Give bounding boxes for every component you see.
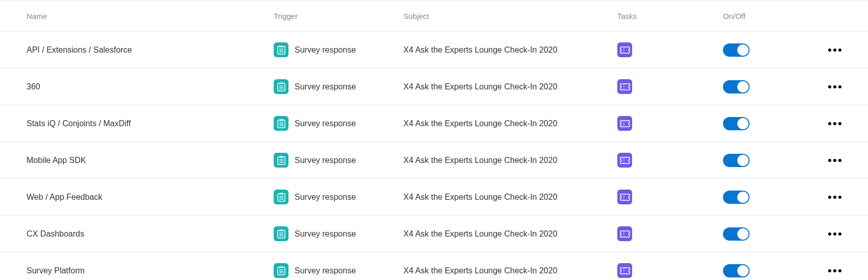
table-row[interactable]: CX Dashboards Survey response X4 Ask the… — [0, 216, 868, 252]
subject-text: X4 Ask the Experts Lounge Check-In 2020 — [403, 266, 558, 275]
clipboard-icon — [274, 226, 288, 241]
enable-toggle[interactable] — [723, 264, 750, 277]
workflows-table: Name Trigger Subject Tasks On/Off API / … — [0, 0, 868, 280]
ticket-icon[interactable] — [617, 79, 632, 94]
table-row[interactable]: Web / App Feedback Survey response X4 As… — [0, 179, 868, 216]
svg-rect-31 — [279, 229, 283, 231]
workflow-name: Web / App Feedback — [27, 193, 102, 201]
svg-rect-37 — [279, 266, 283, 268]
table-row[interactable]: Mobile App SDK Survey response X4 Ask th… — [0, 142, 868, 179]
col-header-trigger: Trigger — [274, 12, 298, 20]
subject-text: X4 Ask the Experts Lounge Check-In 2020 — [403, 82, 558, 91]
workflow-name: CX Dashboards — [27, 229, 84, 238]
ticket-icon[interactable] — [617, 226, 632, 241]
row-actions-menu[interactable] — [825, 266, 845, 275]
trigger-label: Survey response — [295, 266, 356, 275]
enable-toggle[interactable] — [723, 191, 750, 204]
trigger-label: Survey response — [295, 193, 356, 202]
trigger-label: Survey response — [295, 229, 356, 239]
trigger-label: Survey response — [295, 82, 356, 91]
ticket-icon[interactable] — [617, 190, 632, 204]
svg-rect-1 — [279, 45, 283, 47]
workflow-name: Stats iQ / Conjoints / MaxDiff — [27, 119, 131, 128]
enable-toggle[interactable] — [723, 117, 750, 130]
ticket-icon[interactable] — [617, 116, 632, 131]
subject-text: X4 Ask the Experts Lounge Check-In 2020 — [403, 45, 558, 54]
row-actions-menu[interactable] — [825, 45, 845, 55]
subject-text: X4 Ask the Experts Lounge Check-In 2020 — [403, 193, 558, 201]
enable-toggle[interactable] — [723, 43, 750, 57]
subject-text: X4 Ask the Experts Lounge Check-In 2020 — [403, 156, 558, 165]
table-row[interactable]: Survey Platform Survey response X4 Ask t… — [0, 252, 868, 280]
subject-text: X4 Ask the Experts Lounge Check-In 2020 — [403, 119, 558, 128]
clipboard-icon — [274, 153, 288, 168]
subject-text: X4 Ask the Experts Lounge Check-In 2020 — [403, 229, 558, 238]
workflow-name: Survey Platform — [27, 266, 85, 275]
ticket-icon[interactable] — [617, 42, 632, 57]
clipboard-icon — [274, 42, 288, 57]
table-row[interactable]: 360 Survey response X4 Ask the Experts L… — [0, 68, 868, 105]
col-header-subject: Subject — [403, 12, 429, 20]
clipboard-icon — [274, 190, 288, 204]
table-header-row: Name Trigger Subject Tasks On/Off — [0, 0, 868, 32]
workflow-name: Mobile App SDK — [27, 156, 86, 165]
clipboard-icon — [274, 79, 288, 94]
workflow-name: API / Extensions / Salesforce — [27, 45, 132, 54]
row-actions-menu[interactable] — [825, 82, 845, 91]
col-header-tasks: Tasks — [617, 12, 637, 20]
trigger-label: Survey response — [295, 119, 356, 128]
svg-rect-25 — [279, 193, 283, 194]
svg-rect-13 — [279, 119, 283, 121]
table-row[interactable]: API / Extensions / Salesforce Survey res… — [0, 32, 868, 68]
row-actions-menu[interactable] — [825, 119, 845, 128]
table-row[interactable]: Stats iQ / Conjoints / MaxDiff Survey re… — [0, 105, 868, 142]
trigger-label: Survey response — [295, 156, 356, 165]
col-header-name: Name — [27, 12, 47, 20]
ticket-icon[interactable] — [617, 153, 632, 168]
row-actions-menu[interactable] — [825, 156, 845, 165]
workflow-name: 360 — [27, 82, 40, 91]
trigger-label: Survey response — [295, 45, 356, 55]
row-actions-menu[interactable] — [825, 229, 845, 239]
col-header-onoff: On/Off — [723, 12, 745, 20]
ticket-icon[interactable] — [617, 263, 632, 278]
svg-rect-7 — [279, 82, 283, 84]
enable-toggle[interactable] — [723, 154, 750, 167]
enable-toggle[interactable] — [723, 227, 750, 241]
row-actions-menu[interactable] — [825, 193, 845, 202]
svg-rect-19 — [279, 156, 283, 157]
clipboard-icon — [274, 116, 288, 131]
clipboard-icon — [274, 263, 288, 278]
enable-toggle[interactable] — [723, 80, 750, 94]
